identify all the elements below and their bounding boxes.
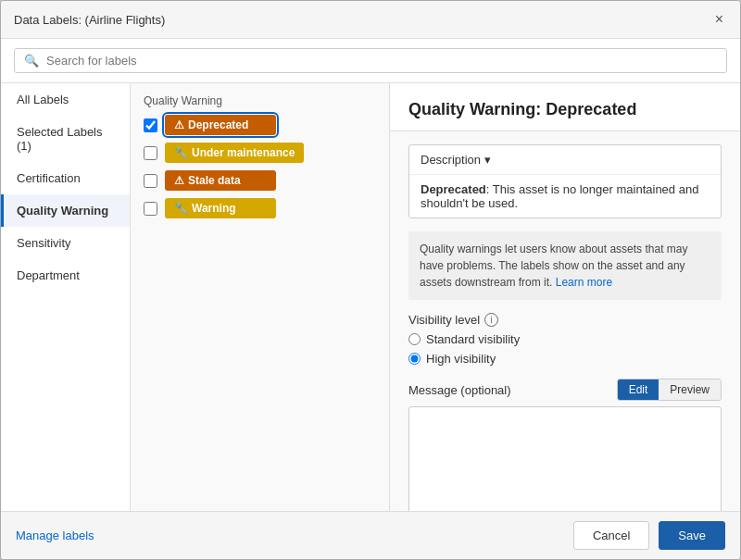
- radio-standard[interactable]: Standard visibility: [408, 332, 722, 346]
- visibility-label: Visibility level i: [408, 313, 722, 327]
- radio-standard-input[interactable]: [408, 333, 421, 345]
- tab-edit[interactable]: Edit: [618, 380, 659, 400]
- save-button[interactable]: Save: [659, 521, 725, 550]
- middle-panel: Quality Warning ⚠ Deprecated 🔧 Under mai…: [131, 83, 390, 511]
- label-list: ⚠ Deprecated 🔧 Under maintenance ⚠: [131, 115, 389, 218]
- label-badge-warning[interactable]: 🔧 Warning: [165, 198, 276, 218]
- dialog: Data Labels: (Airline Flights) × 🔍 All L…: [0, 0, 741, 560]
- right-panel-body: Description ▾ Deprecated: This asset is …: [390, 131, 740, 511]
- sidebar: All Labels Selected Labels (1) Certifica…: [1, 83, 131, 511]
- cancel-button[interactable]: Cancel: [573, 521, 649, 550]
- footer-left: Manage labels: [16, 529, 94, 542]
- message-section: Message (optional) Edit Preview: [408, 379, 722, 511]
- checkbox-warning[interactable]: [144, 202, 157, 216]
- label-row-stale-data: ⚠ Stale data: [144, 170, 376, 191]
- footer: Manage labels Cancel Save: [1, 511, 740, 559]
- checkbox-under-maintenance[interactable]: [144, 146, 157, 160]
- info-box: Quality warnings let users know about as…: [408, 231, 722, 300]
- search-input[interactable]: [46, 54, 717, 68]
- footer-right: Cancel Save: [573, 521, 725, 550]
- dialog-title: Data Labels: (Airline Flights): [14, 13, 165, 27]
- right-panel: Quality Warning: Deprecated Description …: [390, 83, 740, 511]
- sidebar-item-certification[interactable]: Certification: [1, 162, 130, 194]
- label-badge-under-maintenance[interactable]: 🔧 Under maintenance: [165, 143, 304, 163]
- message-header: Message (optional) Edit Preview: [408, 379, 722, 401]
- description-box: Description ▾ Deprecated: This asset is …: [408, 144, 722, 218]
- close-button[interactable]: ×: [711, 10, 727, 29]
- sidebar-item-quality-warning[interactable]: Quality Warning: [1, 194, 130, 227]
- sidebar-item-department[interactable]: Department: [1, 259, 130, 292]
- checkbox-stale-data[interactable]: [144, 174, 157, 188]
- checkbox-deprecated[interactable]: [144, 118, 157, 132]
- label-row-deprecated: ⚠ Deprecated: [144, 115, 376, 135]
- under-maintenance-icon: 🔧: [174, 146, 188, 159]
- sidebar-item-selected-labels[interactable]: Selected Labels (1): [1, 116, 130, 162]
- sidebar-item-sensitivity[interactable]: Sensitivity: [1, 227, 130, 259]
- deprecated-icon: ⚠: [174, 118, 184, 131]
- body: All Labels Selected Labels (1) Certifica…: [1, 83, 740, 511]
- stale-data-icon: ⚠: [174, 174, 184, 187]
- right-panel-header: Quality Warning: Deprecated: [390, 83, 740, 131]
- label-row-under-maintenance: 🔧 Under maintenance: [144, 143, 376, 163]
- middle-panel-title: Quality Warning: [131, 83, 389, 115]
- radio-high[interactable]: High visibility: [408, 352, 722, 366]
- label-badge-deprecated[interactable]: ⚠ Deprecated: [165, 115, 276, 135]
- tab-group: Edit Preview: [617, 379, 722, 401]
- description-content: Deprecated: This asset is no longer main…: [409, 175, 721, 218]
- message-textarea[interactable]: [408, 406, 722, 511]
- chevron-down-icon: ▾: [484, 153, 491, 167]
- tab-preview[interactable]: Preview: [659, 380, 721, 400]
- info-icon[interactable]: i: [484, 313, 498, 327]
- visibility-section: Visibility level i Standard visibility H…: [408, 313, 722, 366]
- search-bar: 🔍: [1, 39, 740, 83]
- description-header[interactable]: Description ▾: [409, 145, 721, 175]
- sidebar-item-all-labels[interactable]: All Labels: [1, 83, 130, 116]
- learn-more-link[interactable]: Learn more: [556, 276, 612, 289]
- search-icon: 🔍: [24, 54, 39, 68]
- manage-labels-link[interactable]: Manage labels: [16, 529, 94, 542]
- title-bar: Data Labels: (Airline Flights) ×: [1, 1, 740, 39]
- search-input-wrapper: 🔍: [14, 48, 727, 73]
- radio-high-input[interactable]: [408, 353, 421, 365]
- label-badge-stale-data[interactable]: ⚠ Stale data: [165, 170, 276, 191]
- warning-icon: 🔧: [174, 202, 188, 215]
- message-label: Message (optional): [408, 383, 511, 397]
- label-row-warning: 🔧 Warning: [144, 198, 376, 218]
